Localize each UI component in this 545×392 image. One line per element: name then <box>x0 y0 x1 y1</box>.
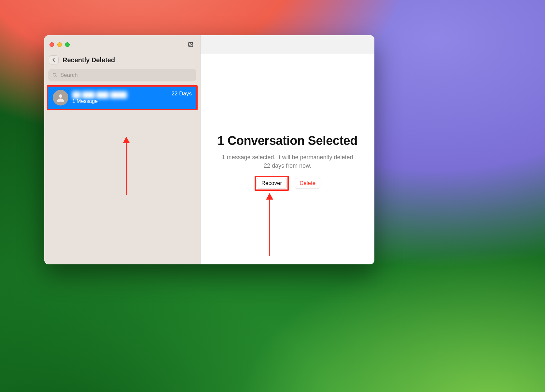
window-controls <box>49 42 70 47</box>
search-icon <box>52 72 58 78</box>
conversation-subtitle: 1 Message <box>72 98 172 104</box>
close-window-button[interactable] <box>49 42 54 47</box>
avatar <box>53 90 68 105</box>
recover-button[interactable]: Recover <box>257 178 287 189</box>
action-buttons: Recover Delete <box>255 176 320 191</box>
annotation-highlight-recover: Recover <box>255 176 289 191</box>
fullscreen-window-button[interactable] <box>65 42 70 47</box>
conversation-text: ██ ███ ███ ████ 1 Message <box>72 91 172 104</box>
selection-title: 1 Conversation Selected <box>217 134 357 148</box>
delete-button[interactable]: Delete <box>295 178 320 189</box>
svg-point-3 <box>59 94 63 98</box>
content-body: 1 Conversation Selected 1 message select… <box>201 54 374 264</box>
conversation-row[interactable]: ██ ███ ███ ████ 1 Message 22 Days <box>48 87 196 109</box>
minimize-window-button[interactable] <box>57 42 62 47</box>
content-toolbar <box>201 35 374 54</box>
annotation-highlight-conversation: ██ ███ ███ ████ 1 Message 22 Days <box>47 85 198 110</box>
conversation-name: ██ ███ ███ ████ <box>72 91 137 98</box>
person-icon <box>56 93 65 103</box>
selection-description: 1 message selected. It will be permanent… <box>219 153 356 170</box>
compose-icon <box>188 41 195 48</box>
content-pane: 1 Conversation Selected 1 message select… <box>201 35 374 264</box>
svg-line-2 <box>56 76 57 77</box>
conversation-days-left: 22 Days <box>172 91 192 97</box>
search-field-wrap[interactable] <box>48 69 196 81</box>
window-titlebar <box>44 35 200 54</box>
search-input[interactable] <box>60 72 192 78</box>
chevron-left-icon <box>52 58 56 62</box>
back-button[interactable] <box>49 55 59 64</box>
svg-point-1 <box>53 73 56 76</box>
compose-button[interactable] <box>187 40 196 49</box>
messages-window: Recently Deleted ██ ███ ███ ████ 1 Me <box>44 35 374 264</box>
sidebar: Recently Deleted ██ ███ ███ ████ 1 Me <box>44 35 201 264</box>
page-title: Recently Deleted <box>63 56 115 64</box>
svg-rect-0 <box>189 42 193 47</box>
sidebar-header: Recently Deleted <box>44 54 200 68</box>
